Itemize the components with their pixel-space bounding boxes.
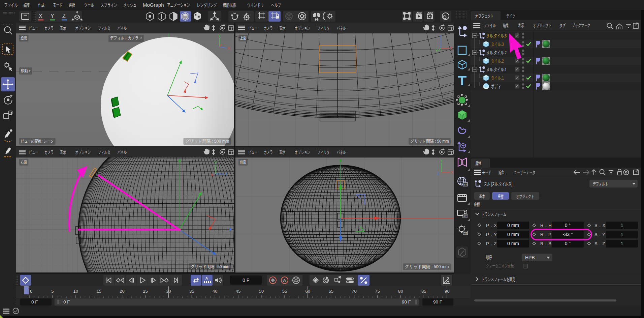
svg-text:65: 65 (328, 289, 333, 294)
svg-text:55: 55 (282, 289, 287, 294)
svg-text:0 F: 0 F (243, 278, 249, 283)
svg-text:0 F: 0 F (63, 299, 70, 305)
svg-text:X: X (228, 46, 230, 50)
svg-text:A: A (205, 276, 208, 280)
svg-text:Y: Y (214, 161, 217, 165)
svg-text:80: 80 (398, 289, 403, 294)
svg-text:ST: ST (463, 215, 467, 218)
svg-text:Y: Y (440, 159, 443, 163)
svg-text:Y: Y (436, 49, 438, 53)
svg-text:20: 20 (120, 289, 124, 294)
svg-text:5: 5 (51, 289, 54, 294)
svg-text:Z: Z (440, 35, 442, 39)
svg-text:X: X (211, 173, 214, 177)
svg-text:X: X (451, 170, 453, 174)
svg-text:Z: Z (437, 172, 439, 176)
svg-text:25: 25 (143, 289, 148, 294)
svg-text:60: 60 (305, 289, 310, 294)
svg-text:0 F: 0 F (31, 299, 38, 305)
svg-text:30: 30 (166, 289, 171, 294)
svg-text:90: 90 (445, 289, 449, 294)
svg-text:ST: ST (464, 183, 467, 186)
svg-text:0: 0 (30, 289, 32, 294)
svg-text:50: 50 (259, 289, 264, 294)
svg-text:Y: Y (218, 34, 221, 38)
svg-text:ST: ST (464, 232, 467, 235)
svg-text:90 F: 90 F (402, 299, 411, 305)
svg-text:75: 75 (375, 289, 380, 294)
svg-text:A: A (283, 278, 286, 283)
svg-text:40: 40 (213, 289, 217, 294)
svg-text:70: 70 (352, 289, 356, 294)
svg-text:85: 85 (421, 289, 426, 294)
svg-text:10: 10 (73, 289, 78, 294)
svg-text:35: 35 (189, 289, 194, 294)
svg-text:Z: Z (225, 172, 228, 176)
svg-text:X: X (450, 46, 453, 50)
svg-text:90 F: 90 F (433, 299, 442, 305)
svg-text:45: 45 (236, 289, 240, 294)
svg-text:15: 15 (96, 289, 101, 294)
